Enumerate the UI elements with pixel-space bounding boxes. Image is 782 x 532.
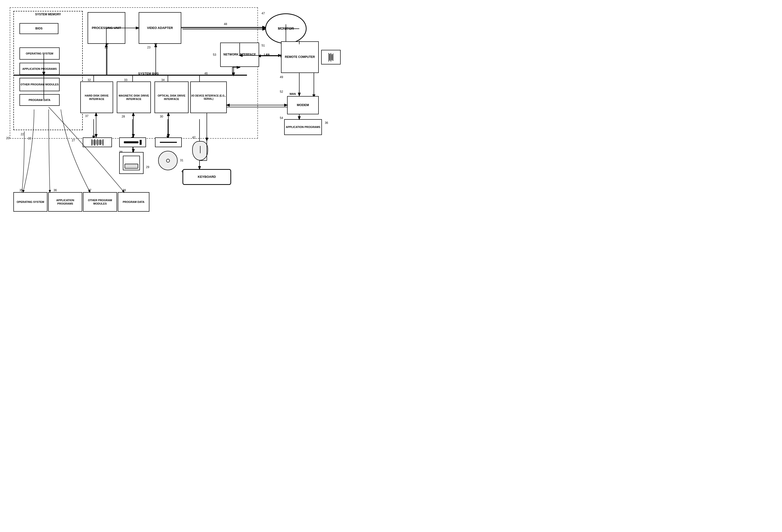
magnetic-disk-drive-interface-box: MAGNETIC DISK DRIVE INTERFACE [117,81,151,113]
magnetic-disk-device [119,137,146,147]
application-programs-remote-label: APPLICATION PROGRAMS [286,125,320,129]
video-adapter-label: VIDEO ADAPTER [147,26,173,30]
diagram-container: 20 SYSTEM MEMORY (ROM) BIOS 24 26 (RAM) … [0,0,391,266]
label-54: 54 [280,116,283,120]
modem-label: MODEM [297,103,309,107]
io-device-interface-box: I/O DEVICE INTERFACE (E.G., SERIAL) [190,81,227,113]
operating-system-label: OPERATING SYSTEM [26,52,53,55]
label-31: 31 [180,158,183,162]
label-36b: 36 [325,121,328,125]
label-20: 20 [6,136,9,140]
label-29: 29 [146,166,149,169]
optical-disk-device [155,137,182,147]
application-programs-bottom-box: APPLICATION PROGRAMS [48,192,82,212]
label-27: 27 [72,139,75,142]
magnetic-disk-drive-interface-label: MAGNETIC DISK DRIVE INTERFACE [117,94,150,101]
label-36c: 36 [54,188,57,192]
label-35b: 35 [20,188,23,192]
hard-disk-drive-interface-label: HARD DISK DRIVE INTERFACE [81,94,113,101]
operating-system-box: OPERATING SYSTEM [20,47,60,60]
modem-box: MODEM [287,96,319,114]
network-interface-label: NETWORK INTERFACE [223,53,256,57]
keyboard-box: KEYBOARD [182,169,231,185]
label-47: 47 [261,12,265,15]
hard-disk-drive-interface-box: HARD DISK DRIVE INTERFACE [80,81,113,113]
monitor-box: MONITOR [265,13,307,44]
remote-computer-label: REMOTE COMPUTER [285,55,315,59]
optical-disk-drive-interface-box: OPTICAL DISK DRIVE INTERFACE [154,81,188,113]
system-bus-label: SYSTEM BUS [87,72,209,75]
application-programs-ram-label: APPLICATION PROGRAMS [23,67,57,71]
network-interface-box: NETWORK INTERFACE [220,43,259,67]
remote-computer-box: REMOTE COMPUTER [281,41,319,73]
label-37c: 37 [88,188,91,192]
wan-label: WAN [289,93,296,95]
operating-system-bottom-box: OPERATING SYSTEM [13,192,47,212]
other-program-modules-bottom-box: OTHER PROGRAM MODULES [83,192,117,212]
program-data-bottom-label: PROGRAM DATA [122,200,144,204]
monitor-label: MONITOR [278,26,294,31]
processing-unit-box: PROCESSING UNIT [87,12,125,44]
other-program-modules-ram-box: OTHER PROGRAM MODULES [20,78,60,91]
other-program-modules-bottom-label: OTHER PROGRAM MODULES [83,199,116,206]
floppy-disk-device [119,152,144,174]
mouse-device [192,141,208,161]
application-programs-bottom-label: APPLICATION PROGRAMS [49,199,82,206]
label-51: 51 [261,44,265,47]
application-programs-remote-box: APPLICATION PROGRAMS [284,119,322,135]
application-programs-ram-box: APPLICATION PROGRAMS [20,63,60,75]
label-38c: 38 [122,188,126,192]
other-program-modules-ram-label: OTHER PROGRAM MODULES [21,83,59,86]
lan-label: LAN [264,53,270,56]
label-52: 52 [280,90,283,94]
remote-computer-device [321,50,341,65]
keyboard-label: KEYBOARD [198,175,216,179]
operating-system-bottom-label: OPERATING SYSTEM [17,200,44,204]
io-device-interface-label: I/O DEVICE INTERFACE (E.G., SERIAL) [191,94,226,101]
optical-disk-drive-interface-label: OPTICAL DISK DRIVE INTERFACE [155,94,188,101]
bios-label: BIOS [35,27,42,31]
hard-disk-device [83,137,112,147]
program-data-bottom-box: PROGRAM DATA [118,192,149,212]
program-data-ram-box: PROGRAM DATA [20,94,60,106]
system-memory-label: SYSTEM MEMORY [15,13,81,16]
processing-unit-label: PROCESSING UNIT [92,26,121,30]
bios-box: BIOS [20,23,59,34]
program-data-ram-label: PROGRAM DATA [29,98,50,102]
cd-disc [158,151,178,170]
label-49: 49 [280,75,283,79]
video-adapter-box: VIDEO ADAPTER [139,12,181,44]
